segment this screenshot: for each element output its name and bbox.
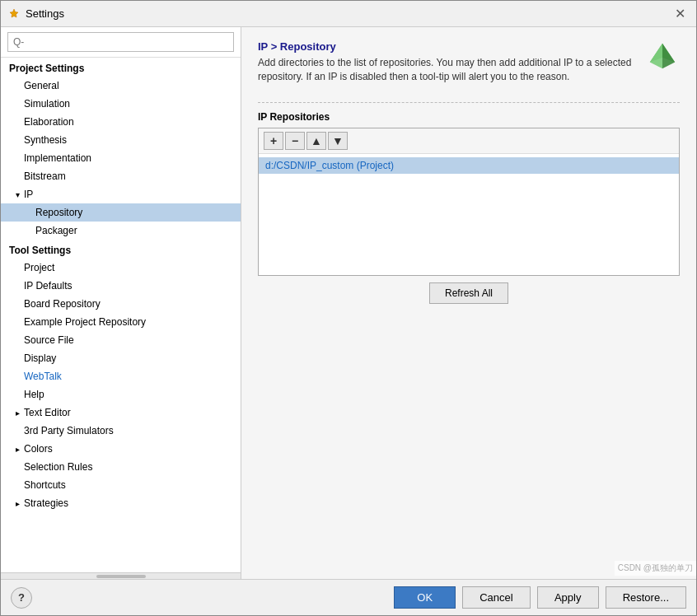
panel-header-text: IP > Repository Add directories to the l… — [258, 40, 639, 84]
sidebar-item-webtalk[interactable]: WebTalk — [1, 367, 241, 385]
footer-right: OK Cancel Apply Restore... — [394, 586, 686, 609]
ip-repositories-label: IP Repositories — [258, 111, 680, 123]
sidebar-item-help[interactable]: Help — [1, 385, 241, 404]
svg-marker-3 — [650, 44, 662, 68]
tool-settings-label: Tool Settings — [1, 240, 241, 259]
remove-repo-button[interactable]: − — [285, 132, 305, 150]
sidebar-item-board-repository[interactable]: Board Repository — [1, 295, 241, 313]
close-button[interactable]: ✕ — [670, 4, 690, 24]
sidebar-item-repository[interactable]: Repository — [1, 203, 241, 222]
left-panel: Project Settings General Simulation Elab… — [1, 27, 241, 579]
sidebar-item-simulation[interactable]: Simulation — [1, 95, 241, 113]
footer-left: ? — [11, 587, 394, 609]
panel-description: Add directories to the list of repositor… — [258, 56, 639, 84]
svg-marker-0 — [10, 9, 18, 17]
settings-dialog: Settings ✕ Project Settings General Simu… — [0, 0, 697, 616]
refresh-row: Refresh All — [258, 282, 680, 304]
project-settings-label: Project Settings — [1, 58, 241, 77]
svg-marker-2 — [662, 44, 675, 68]
sidebar-item-shortcuts[interactable]: Shortcuts — [1, 476, 241, 494]
apply-button[interactable]: Apply — [537, 586, 599, 609]
sidebar-group-ip[interactable]: ▾ IP — [1, 185, 241, 203]
sidebar-item-elaboration[interactable]: Elaboration — [1, 113, 241, 131]
sidebar-item-general[interactable]: General — [1, 77, 241, 95]
help-button[interactable]: ? — [11, 587, 32, 609]
text-editor-expand-arrow: ▸ — [12, 408, 22, 418]
dialog-title: Settings — [26, 7, 670, 20]
tree-area: Project Settings General Simulation Elab… — [1, 58, 241, 572]
add-repo-button[interactable]: + — [264, 132, 283, 150]
panel-title: IP > Repository — [258, 40, 639, 53]
ip-expand-arrow: ▾ — [12, 189, 22, 199]
sidebar-item-ip-defaults[interactable]: IP Defaults — [1, 277, 241, 295]
sidebar-item-packager[interactable]: Packager — [1, 222, 241, 240]
search-input[interactable] — [7, 32, 234, 52]
move-up-button[interactable]: ▲ — [306, 132, 326, 150]
colors-expand-arrow: ▸ — [12, 444, 22, 454]
sidebar-item-example-project-repository[interactable]: Example Project Repository — [1, 313, 241, 331]
watermark: CSDN @孤独的单刀 — [615, 561, 696, 576]
sidebar-item-implementation[interactable]: Implementation — [1, 149, 241, 167]
settings-icon — [7, 7, 21, 21]
ok-button[interactable]: OK — [394, 586, 456, 609]
separator — [258, 102, 680, 103]
right-panel: IP > Repository Add directories to the l… — [241, 27, 696, 579]
title-bar: Settings ✕ — [1, 1, 696, 27]
sidebar-item-synthesis[interactable]: Synthesis — [1, 131, 241, 149]
sidebar-item-3rd-party-simulators[interactable]: 3rd Party Simulators — [1, 422, 241, 440]
sidebar-group-strategies[interactable]: ▸ Strategies — [1, 494, 241, 512]
refresh-all-button[interactable]: Refresh All — [429, 282, 508, 304]
cancel-button[interactable]: Cancel — [462, 586, 530, 609]
search-area — [1, 27, 241, 58]
sidebar-item-selection-rules[interactable]: Selection Rules — [1, 458, 241, 476]
repos-container: + − ▲ ▼ d:/CSDN/IP_custom (Project) — [258, 128, 680, 276]
repos-list: d:/CSDN/IP_custom (Project) — [259, 154, 679, 177]
sidebar-group-text-editor[interactable]: ▸ Text Editor — [1, 404, 241, 422]
repo-item[interactable]: d:/CSDN/IP_custom (Project) — [259, 157, 679, 174]
vivado-logo — [647, 40, 680, 73]
sidebar-item-bitstream[interactable]: Bitstream — [1, 167, 241, 185]
dialog-body: Project Settings General Simulation Elab… — [1, 27, 696, 579]
restore-button[interactable]: Restore... — [606, 586, 686, 609]
sidebar-item-display[interactable]: Display — [1, 349, 241, 367]
panel-header: IP > Repository Add directories to the l… — [258, 40, 680, 84]
strategies-expand-arrow: ▸ — [12, 498, 22, 508]
repos-toolbar: + − ▲ ▼ — [259, 128, 679, 154]
sidebar-item-project[interactable]: Project — [1, 259, 241, 277]
move-down-button[interactable]: ▼ — [328, 132, 348, 150]
sidebar-group-colors[interactable]: ▸ Colors — [1, 440, 241, 458]
dialog-footer: ? OK Cancel Apply Restore... — [1, 579, 696, 615]
sidebar-item-source-file[interactable]: Source File — [1, 331, 241, 349]
